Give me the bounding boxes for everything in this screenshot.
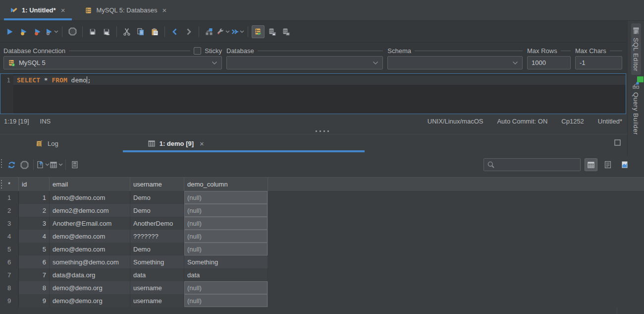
row-number[interactable]: 9	[0, 294, 19, 307]
export-results-button[interactable]	[36, 158, 50, 171]
database-list-button[interactable]	[279, 25, 292, 38]
cell-demo-column[interactable]: data	[184, 268, 268, 281]
column-header-id[interactable]: id	[19, 178, 50, 191]
cell-id[interactable]: 6	[19, 255, 50, 268]
grid-view-button[interactable]	[585, 158, 597, 171]
sql-code-line[interactable]: SELECT * FROM demo;	[13, 75, 626, 85]
cell-username[interactable]: ???????	[130, 230, 184, 243]
insert-mode[interactable]: INS	[40, 118, 51, 125]
back-button[interactable]	[168, 25, 181, 38]
table-row[interactable]: 77data@data.orgdatadata	[0, 268, 644, 281]
execute-script-button[interactable]	[31, 25, 44, 38]
tab-untitled-sql[interactable]: 1: Untitled* ×	[4, 0, 72, 20]
forward-button[interactable]	[182, 25, 195, 38]
max-chars-input[interactable]	[575, 56, 622, 69]
tab-log[interactable]: Log	[30, 134, 64, 152]
column-header-email[interactable]: email	[50, 178, 130, 191]
cell-demo-column[interactable]: (null)	[184, 294, 268, 307]
row-number[interactable]: 4	[0, 230, 19, 243]
database-select[interactable]	[226, 56, 383, 69]
close-icon[interactable]: ×	[161, 6, 167, 14]
cell-username[interactable]: username	[130, 281, 184, 294]
cell-id[interactable]: 9	[19, 294, 50, 307]
cell-email[interactable]: demo@demo.com	[50, 230, 130, 243]
table-row[interactable]: 33Another@Email.comAnotherDemo(null)	[0, 217, 644, 230]
panel-splitter[interactable]	[0, 128, 644, 134]
row-number[interactable]: 7	[0, 268, 19, 281]
cell-email[interactable]: demo2@demo.com	[50, 204, 130, 217]
sql-code-editor[interactable]: 1 SELECT * FROM demo;	[0, 73, 626, 114]
cell-username[interactable]: Demo	[130, 191, 184, 204]
close-icon[interactable]: ×	[200, 139, 204, 148]
cell-demo-column[interactable]: (null)	[184, 230, 268, 243]
execute-with-settings-button[interactable]	[45, 25, 58, 38]
cut-button[interactable]	[120, 25, 133, 38]
column-header-username[interactable]: username	[130, 178, 184, 191]
caret-position[interactable]: 1:19 [19]	[4, 118, 29, 125]
table-row[interactable]: 55demo@demo.comDemo(null)	[0, 243, 644, 255]
sidebar-item-query-builder[interactable]: Query Builder	[631, 78, 641, 138]
connection-select[interactable]: MySQL 5	[3, 56, 222, 69]
database-console-button[interactable]	[252, 25, 265, 38]
tools-button[interactable]	[216, 25, 230, 38]
cell-username[interactable]: AnotherDemo	[130, 217, 184, 230]
cell-email[interactable]: demo@demo.com	[50, 191, 130, 204]
row-number[interactable]: 6	[0, 255, 19, 268]
cell-email[interactable]: demo@demo.org	[50, 281, 130, 294]
copy-button[interactable]	[134, 25, 147, 38]
cell-username[interactable]: data	[130, 268, 184, 281]
row-number[interactable]: 2	[0, 204, 19, 217]
cell-id[interactable]: 2	[19, 204, 50, 217]
cell-email[interactable]: demo@demo.org	[50, 294, 130, 307]
cell-id[interactable]: 3	[19, 217, 50, 230]
row-number[interactable]: 3	[0, 217, 19, 230]
explain-plan-button[interactable]	[203, 25, 215, 38]
save-button[interactable]	[86, 25, 99, 38]
cell-email[interactable]: demo@demo.com	[50, 243, 130, 255]
close-icon[interactable]: ×	[60, 6, 66, 14]
line-endings[interactable]: UNIX/Linux/macOS	[428, 118, 483, 125]
cell-demo-column[interactable]: (null)	[184, 191, 268, 204]
grid-drag-handle[interactable]	[1, 180, 2, 188]
cell-demo-column[interactable]: (null)	[184, 243, 268, 255]
row-number[interactable]: 8	[0, 281, 19, 294]
refresh-button[interactable]	[5, 158, 18, 171]
cell-id[interactable]: 4	[19, 230, 50, 243]
cell-username[interactable]: Something	[130, 255, 184, 268]
table-row[interactable]: 66something@demo.comSomethingSomething	[0, 255, 644, 268]
stop-button[interactable]	[66, 25, 79, 38]
cell-demo-column[interactable]: (null)	[184, 281, 268, 294]
cell-username[interactable]: username	[130, 294, 184, 307]
table-row[interactable]: 88demo@demo.orgusername(null)	[0, 281, 644, 294]
cell-email[interactable]: something@demo.com	[50, 255, 130, 268]
table-row[interactable]: 99demo@demo.orgusername(null)	[0, 294, 644, 307]
chart-view-button[interactable]	[618, 158, 631, 171]
cell-email[interactable]: data@data.org	[50, 268, 130, 281]
autocommit-status[interactable]: Auto Commit: ON	[497, 118, 547, 125]
calculate-panel-button[interactable]	[68, 158, 81, 171]
cell-id[interactable]: 7	[19, 268, 50, 281]
table-row[interactable]: 44demo@demo.com???????(null)	[0, 230, 644, 243]
cancel-query-button[interactable]	[18, 158, 31, 171]
cell-username[interactable]: Demo	[130, 204, 184, 217]
grid-options-button[interactable]	[50, 158, 63, 171]
cell-id[interactable]: 8	[19, 281, 50, 294]
table-row[interactable]: 11demo@demo.comDemo(null)	[0, 191, 644, 204]
cell-demo-column[interactable]: Something	[184, 255, 268, 268]
toolbar-drag-handle[interactable]	[1, 159, 2, 168]
cell-id[interactable]: 5	[19, 243, 50, 255]
maximize-panel-button[interactable]	[614, 139, 621, 146]
column-header-star[interactable]: *	[0, 178, 19, 191]
cell-username[interactable]: Demo	[130, 243, 184, 255]
encoding[interactable]: Cp1252	[561, 118, 584, 125]
row-number[interactable]: 5	[0, 243, 19, 255]
max-rows-input[interactable]	[527, 56, 571, 69]
results-search-box[interactable]	[483, 158, 581, 171]
database-save-button[interactable]	[266, 25, 278, 38]
execute-in-new-tab-button[interactable]	[17, 25, 30, 38]
execute-commands-button[interactable]	[231, 25, 244, 38]
column-header-demo-column[interactable]: demo_column	[184, 178, 268, 191]
search-input[interactable]	[495, 161, 577, 169]
sticky-checkbox[interactable]	[194, 47, 201, 55]
code-area[interactable]: SELECT * FROM demo;	[13, 74, 626, 114]
